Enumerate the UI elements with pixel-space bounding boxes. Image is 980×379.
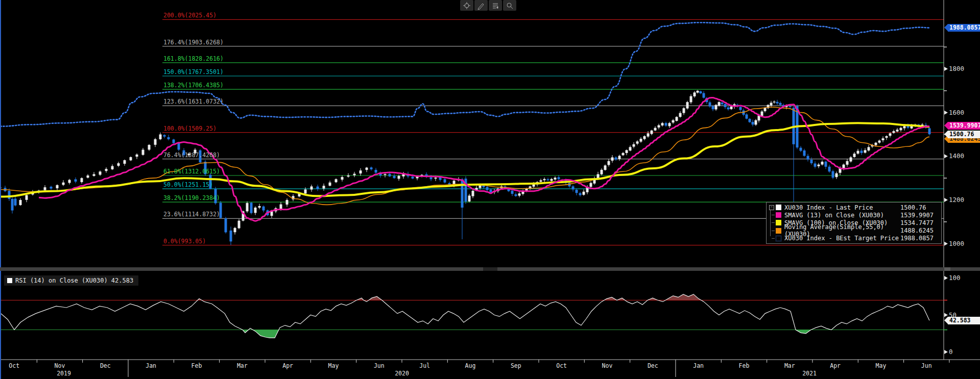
legend-tree-stub: [772, 215, 775, 215]
fib-level-label: 100.0%(1509.25): [163, 125, 217, 132]
legend-series-value: 1500.76: [900, 204, 939, 211]
main-legend[interactable]: -XU030 Index - Last Price1500.76SMAVG (1…: [766, 202, 942, 244]
month-label: Jan: [136, 362, 166, 369]
legend-row[interactable]: -XU030 Index - Last Price1500.76: [768, 204, 939, 211]
legend-tree-stub: [772, 238, 775, 239]
legend-swatch: [776, 228, 781, 234]
price-tick-label: 1600: [949, 109, 964, 116]
month-label: May: [318, 362, 349, 369]
month-label: Jan: [683, 362, 714, 369]
year-label: 2020: [387, 370, 417, 377]
month-label: Apr: [273, 362, 303, 369]
month-label: Jun: [911, 362, 942, 369]
divider-handle[interactable]: [483, 267, 497, 271]
rsi-value-badge: 42.583: [948, 317, 980, 324]
panel-divider[interactable]: [0, 267, 980, 271]
month-label: Jul: [410, 362, 440, 369]
legend-expander-icon[interactable]: -: [769, 205, 774, 210]
fib-level-label: 38.2%(1190.2384): [163, 194, 220, 201]
legend-row[interactable]: XU030 Index - BEst Target Price1988.0857: [768, 235, 939, 242]
crosshair-button[interactable]: [460, 0, 473, 11]
zoom-button[interactable]: [503, 0, 516, 11]
price-tick-label: 1000: [949, 240, 964, 247]
fib-level-label: 200.0%(2025.45): [163, 12, 217, 19]
legend-swatch: [776, 236, 781, 241]
fib-level-label: 61.8%(1312.0615): [163, 168, 220, 175]
price-tick-label: 1400: [949, 152, 964, 160]
divider-end-cap: [944, 267, 950, 271]
rsi-legend-label: RSI (14) on Close (XU030) 42.583: [15, 277, 133, 284]
legend-row[interactable]: SMAVG (13) on Close (XU030)1539.9907: [768, 211, 939, 219]
price-tick-label: 1200: [949, 196, 964, 204]
legend-series-label: SMAVG (13) on Close (XU030): [784, 212, 900, 219]
pencil-icon: [477, 2, 485, 10]
month-label: Apr: [820, 362, 851, 369]
month-label: Oct: [546, 362, 577, 369]
rsi-tick-label: 0: [949, 348, 953, 356]
fib-level-label: 150.0%(1767.3501): [163, 68, 224, 75]
legend-series-value: 1488.6245: [900, 227, 939, 234]
fib-level-label: 50.0%(1251.15): [163, 181, 213, 188]
fib-level-label: 23.6%(1114.8732): [163, 211, 220, 218]
fib-level-label: 123.6%(1631.0732): [163, 98, 224, 105]
price-chart-canvas: [0, 0, 980, 379]
month-label: Dec: [637, 362, 668, 369]
price-badge: 1988.0857: [948, 24, 980, 32]
legend-tree-gutter: [768, 219, 776, 226]
month-label: Oct: [0, 362, 30, 369]
year-label: 2019: [49, 370, 79, 377]
news-list-icon: [491, 2, 499, 10]
legend-tree-stub: [772, 231, 775, 231]
fib-level-label: 0.0%(993.05): [163, 238, 206, 245]
legend-series-value: 1539.9907: [900, 212, 939, 219]
fib-level-label: 161.8%(1828.2616): [163, 55, 224, 62]
year-label: 2021: [794, 370, 825, 377]
legend-series-value: 1988.0857: [900, 235, 939, 242]
magnifier-icon: [506, 2, 514, 10]
legend-tree-stub: [772, 222, 775, 223]
legend-series-label: XU030 Index - Last Price: [784, 204, 900, 211]
month-label: Jun: [364, 362, 394, 369]
draw-button[interactable]: [474, 0, 488, 11]
month-label: Mar: [227, 362, 257, 369]
legend-tree-gutter: [768, 211, 776, 219]
crosshair-icon: [463, 2, 471, 10]
chart-window: 200.0%(2025.45)176.4%(1903.6268)161.8%(1…: [0, 0, 980, 379]
rsi-tick-label: 100: [949, 274, 961, 282]
month-label: Nov: [592, 362, 623, 369]
month-label: May: [866, 362, 896, 369]
legend-swatch: [776, 220, 781, 225]
legend-series-value: 1534.7477: [900, 219, 939, 226]
price-badge: 1500.76: [948, 131, 980, 138]
month-label: Sep: [500, 362, 531, 369]
legend-swatch: [776, 212, 781, 218]
month-label: Feb: [181, 362, 212, 369]
month-label: Mar: [774, 362, 805, 369]
news-button[interactable]: [489, 0, 502, 11]
legend-swatch: [776, 205, 781, 210]
legend-row[interactable]: Moving Average(Simple,55,0) (XU030)1488.…: [768, 227, 939, 235]
fib-level-label: 176.4%(1903.6268): [163, 39, 224, 46]
legend-tree-gutter: [768, 235, 776, 242]
month-label: Dec: [90, 362, 121, 369]
window-left-edge: [0, 0, 1, 379]
legend-series-label: XU030 Index - BEst Target Price: [784, 235, 900, 242]
price-badge: 1539.9907: [948, 122, 980, 130]
legend-tree-gutter: -: [768, 204, 776, 211]
chart-toolbar: [460, 0, 516, 11]
month-label: Aug: [455, 362, 486, 369]
month-label: Nov: [44, 362, 75, 369]
fib-level-label: 76.4%(1387.4268): [163, 151, 220, 159]
price-tick-label: 1800: [949, 65, 964, 72]
rsi-legend-chip[interactable]: RSI (14) on Close (XU030) 42.583: [4, 275, 138, 286]
fib-level-label: 138.2%(1706.4385): [163, 82, 224, 89]
month-label: Feb: [729, 362, 759, 369]
rsi-swatch: [7, 278, 12, 283]
legend-tree-gutter: [768, 227, 776, 235]
